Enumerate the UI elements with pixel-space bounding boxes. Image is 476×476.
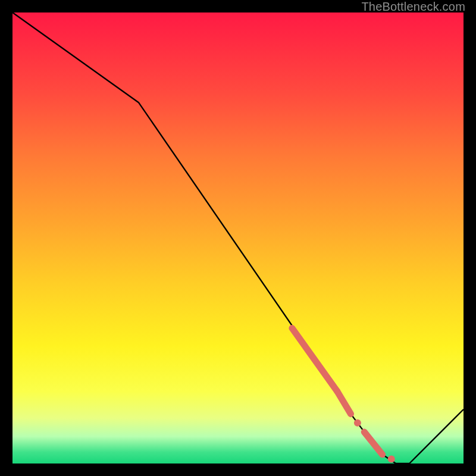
highlight-segment [292,328,337,392]
highlight-markers [292,328,395,463]
chart-frame: TheBottleneck.com [0,0,476,476]
highlight-dot [388,455,395,462]
bottleneck-curve [12,12,464,464]
line-series [12,12,464,464]
chart-svg [12,12,464,464]
highlight-segment [337,392,351,414]
highlight-segment [364,432,382,455]
highlight-dot [354,419,361,427]
watermark-text: TheBottleneck.com [361,0,465,14]
